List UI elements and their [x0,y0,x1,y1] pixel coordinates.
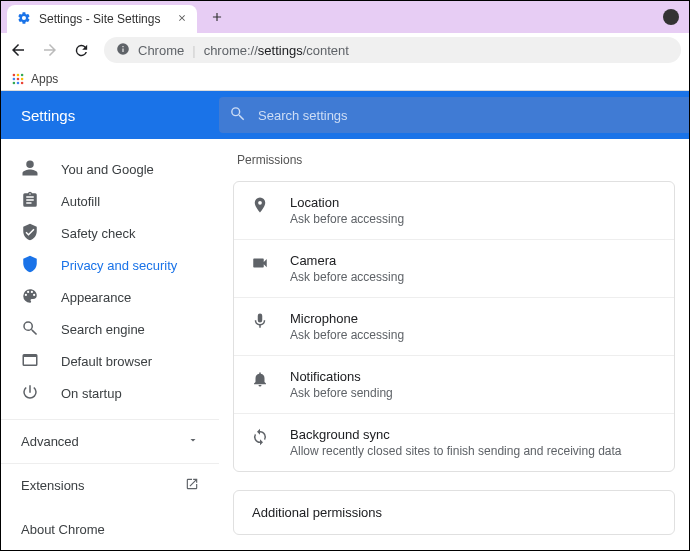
permission-notifications[interactable]: NotificationsAsk before sending [234,355,674,413]
content-area: You and Google Autofill Safety check Pri… [1,139,689,551]
tab-title: Settings - Site Settings [39,12,160,26]
sidebar-item-appearance[interactable]: Appearance [1,281,219,313]
search-wrap: Search settings [205,97,689,133]
profile-button[interactable] [663,9,679,25]
apps-icon[interactable] [11,72,25,86]
sync-icon [250,427,270,446]
settings-header: Settings Search settings [1,91,689,139]
bookmarks-bar: Apps [1,67,689,91]
reload-button[interactable] [73,42,90,59]
permission-title: Location [290,195,404,210]
permissions-card: LocationAsk before accessing CameraAsk b… [233,181,675,472]
apps-label[interactable]: Apps [31,72,58,86]
shield-check-icon [21,223,39,244]
microphone-icon [250,311,270,330]
permission-background-sync[interactable]: Background syncAllow recently closed sit… [234,413,674,471]
sidebar-item-privacy-security[interactable]: Privacy and security [1,249,219,281]
close-icon[interactable] [177,12,187,26]
address-bar[interactable]: Chrome | chrome://settings/content [104,37,681,63]
svg-point-6 [13,81,16,84]
sidebar-item-autofill[interactable]: Autofill [1,185,219,217]
permission-subtitle: Ask before accessing [290,212,404,226]
url-path: chrome://settings/content [204,43,349,58]
permissions-section-label: Permissions [233,139,675,181]
url-separator: | [192,43,195,58]
sidebar-item-label: You and Google [61,162,154,177]
permission-subtitle: Ask before accessing [290,328,404,342]
sidebar-about[interactable]: About Chrome [1,507,219,551]
search-settings-input[interactable]: Search settings [219,97,689,133]
site-info-icon [116,42,130,59]
sidebar-item-safety-check[interactable]: Safety check [1,217,219,249]
sidebar-item-label: Default browser [61,354,152,369]
camera-icon [250,253,270,272]
sidebar-item-label: Privacy and security [61,258,177,273]
about-label: About Chrome [21,522,105,537]
person-icon [21,159,39,180]
extensions-label: Extensions [21,478,85,493]
permission-title: Camera [290,253,404,268]
additional-permissions[interactable]: Additional permissions [233,490,675,535]
browser-tab[interactable]: Settings - Site Settings [7,5,197,33]
new-tab-button[interactable] [205,5,229,29]
chevron-down-icon [187,434,199,449]
forward-button[interactable] [41,41,59,59]
sidebar-item-label: Safety check [61,226,135,241]
permission-location[interactable]: LocationAsk before accessing [234,182,674,239]
sidebar-advanced[interactable]: Advanced [1,419,219,463]
permission-microphone[interactable]: MicrophoneAsk before accessing [234,297,674,355]
svg-point-5 [21,77,24,80]
header-title: Settings [1,107,205,124]
back-button[interactable] [9,41,27,59]
bell-icon [250,369,270,388]
sidebar-item-you-and-google[interactable]: You and Google [1,153,219,185]
additional-permissions-label: Additional permissions [252,505,382,520]
sidebar-item-label: Appearance [61,290,131,305]
permission-subtitle: Ask before accessing [290,270,404,284]
browser-icon [21,351,39,372]
sidebar-item-label: Search engine [61,322,145,337]
svg-point-2 [21,73,24,76]
location-icon [250,195,270,214]
svg-point-1 [17,73,20,76]
svg-point-4 [17,77,20,80]
permission-subtitle: Ask before sending [290,386,393,400]
permission-subtitle: Allow recently closed sites to finish se… [290,444,622,458]
svg-point-3 [13,77,16,80]
svg-point-8 [21,81,24,84]
svg-point-7 [17,81,20,84]
search-icon [229,105,246,125]
sidebar-extensions[interactable]: Extensions [1,463,219,507]
permission-camera[interactable]: CameraAsk before accessing [234,239,674,297]
url-prefix: Chrome [138,43,184,58]
main-panel: Permissions LocationAsk before accessing… [219,139,689,551]
search-icon [21,319,39,340]
sidebar-item-on-startup[interactable]: On startup [1,377,219,409]
sidebar-item-label: Autofill [61,194,100,209]
permission-title: Background sync [290,427,622,442]
sidebar: You and Google Autofill Safety check Pri… [1,139,219,551]
svg-point-0 [13,73,16,76]
sidebar-item-label: On startup [61,386,122,401]
shield-icon [21,255,39,276]
sidebar-item-default-browser[interactable]: Default browser [1,345,219,377]
nav-toolbar: Chrome | chrome://settings/content [1,33,689,67]
search-placeholder: Search settings [258,108,348,123]
external-link-icon [185,477,199,494]
permission-title: Microphone [290,311,404,326]
clipboard-icon [21,191,39,212]
tab-strip: Settings - Site Settings [1,1,689,33]
sidebar-item-search-engine[interactable]: Search engine [1,313,219,345]
power-icon [21,383,39,404]
gear-icon [17,11,31,28]
permission-title: Notifications [290,369,393,384]
palette-icon [21,287,39,308]
advanced-label: Advanced [21,434,79,449]
